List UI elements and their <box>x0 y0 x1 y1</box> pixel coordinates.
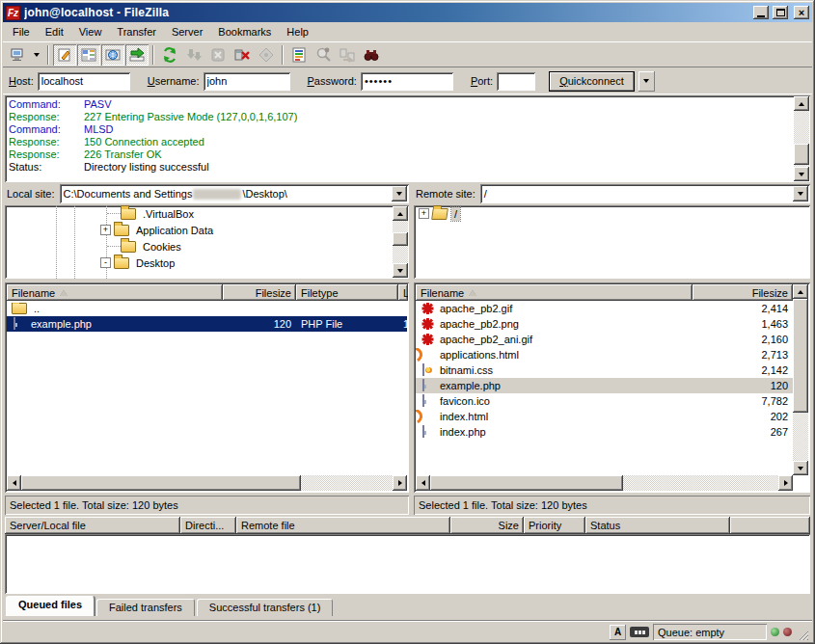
column-label: Size <box>499 520 519 531</box>
tree-item-virtualbox[interactable]: .VirtualBox <box>5 205 409 222</box>
tab-queued-files[interactable]: Queued files <box>6 596 95 616</box>
title-bar[interactable]: Fz john@localhost - FileZilla × <box>3 3 812 22</box>
scroll-down-button[interactable] <box>794 167 809 181</box>
local-file-list: Filename Filesize Filetype L .. example.… <box>5 282 409 493</box>
port-input[interactable] <box>497 72 535 91</box>
scroll-thumb[interactable] <box>793 299 808 413</box>
file-row[interactable]: index.html 202 <box>416 409 793 424</box>
toggle-message-log-button[interactable] <box>53 44 76 66</box>
scroll-thumb[interactable] <box>430 475 623 491</box>
scroll-right-button[interactable] <box>778 475 793 491</box>
quickconnect-dropdown[interactable] <box>638 71 655 92</box>
column-status[interactable]: Status <box>585 517 730 534</box>
toggle-remote-tree-button[interactable] <box>101 44 124 66</box>
tree-item-root[interactable]: +/ <box>414 205 810 222</box>
file-row[interactable]: apache_pb2.png 1,463 <box>416 316 793 332</box>
menu-file[interactable]: File <box>5 24 38 40</box>
toggle-transfer-queue-button[interactable] <box>125 44 149 66</box>
quickconnect-button[interactable]: Quickconnect <box>549 71 635 92</box>
scroll-right-button[interactable] <box>393 475 407 491</box>
resize-grip[interactable] <box>796 628 809 641</box>
tree-item-desktop[interactable]: -Desktop <box>5 255 409 271</box>
file-row[interactable]: bitnami.css 2,142 <box>416 362 793 378</box>
remote-path-dropdown[interactable] <box>793 186 808 201</box>
close-button[interactable]: × <box>794 6 809 19</box>
toggle-local-tree-button[interactable] <box>77 44 100 66</box>
tree-item-cookies[interactable]: Cookies <box>5 238 409 255</box>
file-row[interactable]: index.php 267 <box>416 424 793 440</box>
file-row[interactable]: apache_pb2_ani.gif 2,160 <box>416 332 793 347</box>
file-row[interactable]: apache_pb2.gif 2,414 <box>416 301 793 316</box>
column-filesize[interactable]: Filesize <box>693 284 793 301</box>
find-files-button[interactable] <box>360 44 383 66</box>
column-remote-file[interactable]: Remote file <box>236 517 450 534</box>
transfer-queue: Server/Local file Directi... Remote file… <box>5 517 810 594</box>
scroll-thumb[interactable] <box>393 232 408 246</box>
column-priority[interactable]: Priority <box>524 517 585 534</box>
password-input[interactable] <box>361 72 453 91</box>
tree-item-application-data[interactable]: +Application Data <box>5 222 409 238</box>
menu-help[interactable]: Help <box>279 24 316 40</box>
scroll-up-button[interactable] <box>793 284 808 299</box>
scroll-down-button[interactable] <box>393 263 408 278</box>
minimize-button[interactable] <box>753 6 769 19</box>
file-row-example-php[interactable]: example.php 120 PHP File 1 <box>7 316 407 332</box>
compare-directories-button[interactable] <box>312 44 335 66</box>
local-path-dropdown[interactable] <box>392 186 407 201</box>
username-input[interactable] <box>204 72 290 91</box>
refresh-button[interactable] <box>158 44 181 66</box>
process-queue-button[interactable] <box>182 44 205 66</box>
queue-body[interactable] <box>5 534 810 594</box>
host-input[interactable] <box>38 72 130 91</box>
scroll-up-button[interactable] <box>393 206 408 221</box>
remote-hscrollbar[interactable] <box>416 475 793 491</box>
column-direction[interactable]: Directi... <box>180 517 236 534</box>
column-size[interactable]: Size <box>450 517 524 534</box>
local-path-combobox[interactable]: C:\Documents and Settings\Desktop\ <box>60 184 409 203</box>
remote-vscrollbar[interactable] <box>793 284 808 475</box>
menu-server[interactable]: Server <box>164 24 210 40</box>
maximize-button[interactable] <box>773 6 788 19</box>
collapse-icon[interactable]: - <box>100 257 111 268</box>
menu-transfer[interactable]: Transfer <box>109 24 164 40</box>
local-hscrollbar[interactable] <box>7 475 407 491</box>
column-filename[interactable]: Filename <box>7 284 223 301</box>
remote-path-combobox[interactable]: / <box>480 184 810 203</box>
column-filesize[interactable]: Filesize <box>223 284 296 301</box>
menu-bookmarks[interactable]: Bookmarks <box>210 24 279 40</box>
local-tree-scrollbar[interactable] <box>393 206 408 278</box>
scroll-down-button[interactable] <box>793 461 808 475</box>
reconnect-button[interactable] <box>255 44 278 66</box>
column-last-modified[interactable]: L <box>398 284 408 301</box>
column-filetype[interactable]: Filetype <box>296 284 398 301</box>
scroll-thumb[interactable] <box>794 144 809 165</box>
menu-view[interactable]: View <box>71 24 110 40</box>
directory-filters-button[interactable] <box>287 44 311 66</box>
column-server-local-file[interactable]: Server/Local file <box>5 517 180 534</box>
expand-icon[interactable]: + <box>100 225 111 235</box>
app-icon[interactable]: Fz <box>6 6 20 20</box>
disconnect-button[interactable] <box>231 44 254 66</box>
scroll-left-button[interactable] <box>7 475 21 491</box>
column-filename[interactable]: Filename <box>416 284 693 301</box>
synchronized-browsing-button[interactable] <box>336 44 359 66</box>
cancel-operation-button[interactable] <box>206 44 230 66</box>
file-row[interactable]: applications.html 2,713 <box>416 347 793 362</box>
tab-failed-transfers[interactable]: Failed transfers <box>96 599 195 616</box>
scroll-thumb[interactable] <box>21 475 301 491</box>
menu-edit[interactable]: Edit <box>38 24 71 40</box>
column-filler <box>730 517 810 534</box>
open-folder-icon <box>431 208 448 220</box>
file-row-selected[interactable]: example.php 120 <box>416 378 793 393</box>
scroll-left-button[interactable] <box>416 475 430 491</box>
scroll-up-button[interactable] <box>794 96 809 111</box>
file-row[interactable]: favicon.ico 7,782 <box>416 393 793 409</box>
site-manager-button[interactable] <box>6 44 29 66</box>
site-manager-icon <box>10 47 25 63</box>
file-row-parent-dir[interactable]: .. <box>7 301 407 316</box>
site-manager-dropdown[interactable] <box>30 44 43 66</box>
tab-successful-transfers[interactable]: Successful transfers (1) <box>197 599 334 616</box>
expand-icon[interactable]: + <box>419 208 429 219</box>
file-size: 2,713 <box>761 349 788 361</box>
log-scrollbar[interactable] <box>794 96 809 181</box>
